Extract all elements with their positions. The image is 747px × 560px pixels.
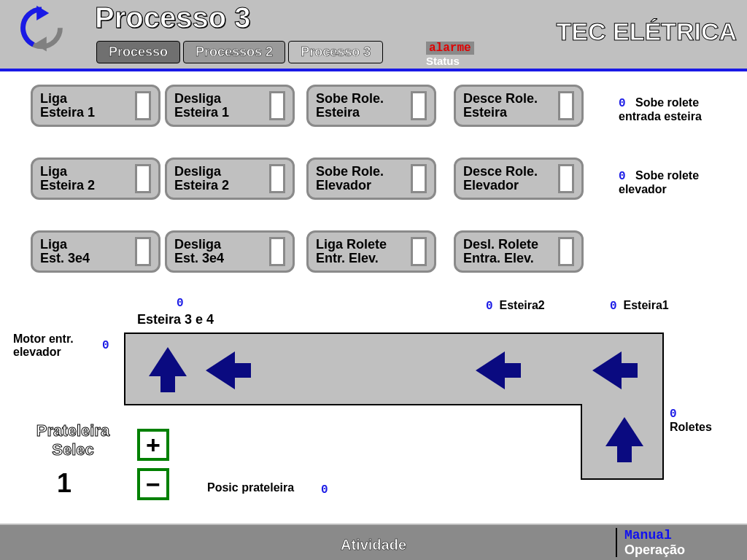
indicator-light	[558, 164, 574, 193]
prateleira-value: 1	[57, 468, 71, 499]
indicator-light	[411, 164, 427, 193]
esteira34-indicator: 0	[177, 296, 184, 310]
desce-role-elevador-button[interactable]: Desce Role.Elevador	[454, 158, 584, 200]
arrow-up-icon	[605, 417, 643, 446]
mode-box[interactable]: Manual Operação	[616, 528, 740, 557]
alarm-status: alarme Status	[426, 41, 484, 68]
indicator-label: Sobe roleteentrada esteira	[619, 96, 702, 122]
liga-esteira2-button[interactable]: LigaEsteira 2	[31, 158, 160, 200]
indicator-light	[411, 237, 427, 266]
liga-esteira1-button[interactable]: LigaEsteira 1	[31, 85, 160, 127]
indicator-value: 0	[619, 97, 626, 110]
liga-est34-button[interactable]: LigaEst. 3e4	[31, 230, 160, 273]
btn-label: DesligaEst. 3e4	[174, 238, 224, 265]
arrow-up-icon	[149, 347, 187, 376]
indicator-light	[269, 91, 285, 120]
btn-label: Sobe Role.Elevador	[316, 165, 384, 192]
liga-rolete-entr-elev-button[interactable]: Liga RoleteEntr. Elev.	[306, 230, 436, 273]
svg-marker-0	[36, 6, 49, 20]
indicator-light	[269, 164, 285, 193]
btn-label: Desce Role.Elevador	[463, 165, 538, 192]
tab-processo[interactable]: Processo	[96, 41, 180, 63]
indicator-light	[135, 91, 151, 120]
btn-label: LigaEst. 3e4	[40, 238, 90, 265]
mode-operacao: Operação	[624, 542, 740, 558]
btn-label: LigaEsteira 1	[40, 92, 95, 120]
footer: Atividade Manual Operação	[0, 524, 747, 560]
esteira34-label: Esteira 3 e 4	[137, 312, 214, 327]
roletes-indicator: 0 Roletes	[670, 407, 712, 434]
btn-label: DesligaEsteira 1	[174, 92, 229, 120]
conveyor-horizontal	[124, 332, 664, 405]
indicator-label: Roletes	[670, 421, 712, 433]
status-label: Status	[426, 55, 460, 67]
desce-role-esteira-button[interactable]: Desce Role.Esteira	[454, 85, 584, 127]
desliga-esteira2-button[interactable]: DesligaEsteira 2	[165, 158, 295, 200]
prateleira-plus-button[interactable]: +	[137, 429, 169, 461]
motor-entr-elevador-label: Motor entr.elevador	[13, 332, 74, 359]
indicator-value: 0	[102, 339, 109, 352]
indicator-light	[558, 91, 574, 120]
desl-rolete-entra-elev-button[interactable]: Desl. RoleteEntra. Elev.	[454, 230, 584, 273]
prateleira-label: PrateleiraSelec	[22, 421, 124, 459]
indicator-light	[558, 237, 574, 266]
indicator-label: Sobe roleteelevador	[619, 169, 699, 195]
motor-entr-elevador-value: 0	[102, 338, 109, 352]
btn-label: Liga RoleteEntr. Elev.	[316, 238, 387, 265]
sobe-rolete-entrada-esteira-indicator: 0 Sobe roleteentrada esteira	[619, 96, 702, 123]
btn-label: DesligaEsteira 2	[174, 165, 229, 192]
tab-processo3[interactable]: Processo 3	[288, 41, 383, 63]
btn-label: Desce Role.Esteira	[463, 92, 538, 120]
activity-label: Atividade	[341, 537, 406, 553]
tabs: Processo Processos 2 Processo 3	[96, 41, 383, 63]
svg-marker-1	[34, 36, 47, 51]
refresh-icon	[10, 4, 73, 54]
indicator-label: Esteira1	[624, 299, 669, 311]
posic-prateleira-label: Posic prateleira	[207, 481, 294, 494]
indicator-value: 0	[177, 297, 184, 310]
btn-label: Desl. RoleteEntra. Elev.	[463, 238, 538, 265]
conveyor-vertical	[581, 404, 664, 480]
content: LigaEsteira 1 DesligaEsteira 1 Sobe Role…	[0, 71, 747, 524]
sobe-role-elevador-button[interactable]: Sobe Role.Elevador	[306, 158, 436, 200]
desliga-est34-button[interactable]: DesligaEst. 3e4	[165, 230, 295, 273]
indicator-value: 0	[486, 300, 493, 313]
indicator-value: 0	[321, 483, 328, 497]
mode-manual: Manual	[624, 528, 740, 542]
arrow-left-icon	[206, 351, 235, 389]
tab-processos2[interactable]: Processos 2	[183, 41, 285, 63]
btn-label: Sobe Role.Esteira	[316, 92, 384, 120]
esteira1-indicator: 0 Esteira1	[610, 299, 669, 313]
brand-label: TEC ELÉTRICA	[557, 18, 737, 46]
arrow-left-icon	[476, 351, 505, 389]
page-title: Processo 3	[95, 1, 250, 34]
indicator-value: 0	[610, 300, 617, 313]
arrow-left-icon	[592, 351, 622, 389]
posic-prateleira-value: 0	[321, 483, 328, 497]
indicator-value: 0	[619, 170, 626, 183]
indicator-light	[135, 164, 151, 193]
header: Processo 3 Processo Processos 2 Processo…	[0, 0, 747, 71]
indicator-label: Esteira2	[500, 299, 545, 311]
indicator-light	[135, 237, 151, 266]
indicator-light	[411, 91, 427, 120]
prateleira-minus-button[interactable]: −	[137, 468, 169, 500]
esteira2-indicator: 0 Esteira2	[486, 299, 545, 313]
indicator-value: 0	[670, 408, 677, 421]
btn-label: LigaEsteira 2	[40, 165, 95, 192]
sobe-rolete-elevador-indicator: 0 Sobe roleteelevador	[619, 169, 699, 196]
alarm-label: alarme	[426, 42, 474, 55]
desliga-esteira1-button[interactable]: DesligaEsteira 1	[165, 85, 295, 127]
indicator-light	[269, 237, 285, 266]
sobe-role-esteira-button[interactable]: Sobe Role.Esteira	[306, 85, 436, 127]
